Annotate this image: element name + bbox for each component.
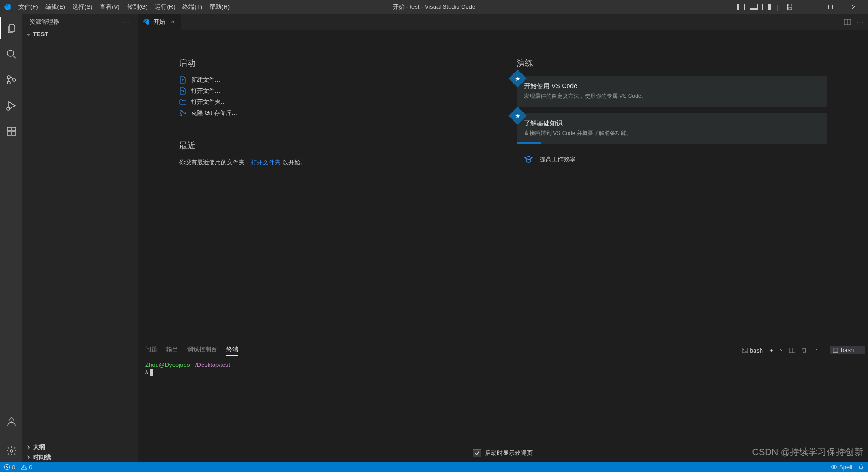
sidebar-outline-header[interactable]: 大纲 xyxy=(22,442,138,452)
status-errors[interactable]: 0 xyxy=(4,464,15,471)
search-icon xyxy=(6,49,17,60)
start-new-file-label: 新建文件... xyxy=(191,76,220,84)
walkthrough-desc: 发现最佳的自定义方法，使用你的专属 VS Code。 xyxy=(524,92,819,100)
new-terminal-icon[interactable]: ＋ xyxy=(768,346,774,354)
panel-tab-debug[interactable]: 调试控制台 xyxy=(187,345,217,355)
terminal-shell-selector[interactable]: bash xyxy=(742,347,763,354)
svg-point-25 xyxy=(180,114,182,116)
svg-rect-1 xyxy=(737,4,739,10)
panel-tab-problems[interactable]: 问题 xyxy=(145,345,157,355)
show-welcome-checkbox[interactable]: 启动时显示欢迎页 xyxy=(473,449,533,457)
sidebar-title: 资源管理器 xyxy=(29,18,59,26)
svg-rect-6 xyxy=(784,4,788,10)
sidebar-folder-header[interactable]: TEST xyxy=(22,30,138,39)
layout-bottom-icon[interactable] xyxy=(750,4,758,10)
editor-area: 开始 × ··· 启动 新建文件... 打开文件... xyxy=(138,14,868,462)
svg-rect-10 xyxy=(829,5,833,9)
files-icon xyxy=(6,23,17,34)
terminal-content[interactable]: Zhou@Dyoojooo ~/Desktop/test λ xyxy=(138,358,827,462)
start-clone-repo-label: 克隆 Git 存储库... xyxy=(191,109,237,117)
activity-explorer[interactable] xyxy=(0,17,22,39)
recent-open-folder-link[interactable]: 打开文件夹 xyxy=(251,159,281,166)
menu-edit[interactable]: 编辑(E) xyxy=(42,1,69,13)
svg-point-12 xyxy=(7,76,10,79)
recent-empty-text: 你没有最近使用的文件夹，打开文件夹 以开始。 xyxy=(179,158,489,167)
activity-debug[interactable] xyxy=(0,95,22,117)
open-file-icon xyxy=(179,87,186,95)
terminal-icon xyxy=(833,348,838,353)
git-clone-icon xyxy=(179,109,186,117)
menu-run[interactable]: 运行(R) xyxy=(151,1,179,13)
split-editor-icon[interactable] xyxy=(844,18,851,26)
chevron-up-icon[interactable] xyxy=(813,347,819,354)
tab-welcome[interactable]: 开始 × xyxy=(138,14,181,30)
menu-view[interactable]: 查看(V) xyxy=(96,1,123,13)
walkthrough-desc: 直接跳转到 VS Code 并概要了解必备功能。 xyxy=(524,129,819,137)
svg-rect-27 xyxy=(742,348,748,353)
svg-point-13 xyxy=(7,81,10,84)
split-terminal-icon[interactable] xyxy=(789,347,795,354)
tab-close-icon[interactable]: × xyxy=(169,18,176,25)
menu-bar: 文件(F) 编辑(E) 选择(S) 查看(V) 转到(G) 运行(R) 终端(T… xyxy=(15,1,233,13)
trash-icon[interactable] xyxy=(801,347,807,354)
tab-more-icon[interactable]: ··· xyxy=(857,18,864,25)
activity-account[interactable] xyxy=(0,410,22,433)
start-heading: 启动 xyxy=(179,57,489,68)
close-button[interactable] xyxy=(844,0,864,14)
mortar-board-icon xyxy=(524,155,533,164)
start-open-folder[interactable]: 打开文件夹... xyxy=(179,98,489,106)
menu-help[interactable]: 帮助(H) xyxy=(206,1,233,13)
window-title: 开始 - test - Visual Studio Code xyxy=(393,3,475,11)
start-new-file[interactable]: 新建文件... xyxy=(179,76,489,84)
sidebar-timeline-header[interactable]: 时间线 xyxy=(22,452,138,462)
walkthrough-heading: 演练 xyxy=(517,57,827,68)
status-spell[interactable]: Spell xyxy=(831,464,852,471)
svg-point-11 xyxy=(7,50,14,56)
customize-layout-icon[interactable] xyxy=(784,4,792,10)
activity-search[interactable] xyxy=(0,43,22,65)
chevron-down-icon[interactable] xyxy=(780,348,783,352)
status-warnings[interactable]: 0 xyxy=(21,464,32,471)
start-open-file-label: 打开文件... xyxy=(191,87,220,95)
activity-extensions[interactable] xyxy=(0,120,22,142)
activity-scm[interactable] xyxy=(0,69,22,91)
status-notifications[interactable] xyxy=(858,464,864,471)
warning-count: 0 xyxy=(29,464,32,471)
maximize-button[interactable] xyxy=(820,0,840,14)
svg-rect-3 xyxy=(750,8,757,10)
title-bar: 文件(F) 编辑(E) 选择(S) 查看(V) 转到(G) 运行(R) 终端(T… xyxy=(0,0,868,14)
sidebar-more-icon[interactable]: ··· xyxy=(123,18,130,25)
terminal-list-item[interactable]: bash xyxy=(830,346,865,354)
minimize-button[interactable] xyxy=(796,0,817,14)
menu-terminal[interactable]: 终端(T) xyxy=(179,1,206,13)
eye-icon xyxy=(831,464,837,470)
shell-name: bash xyxy=(750,347,763,354)
layout-left-icon[interactable] xyxy=(737,4,745,10)
menu-file[interactable]: 文件(F) xyxy=(15,1,42,13)
menu-select[interactable]: 选择(S) xyxy=(69,1,96,13)
chevron-down-icon xyxy=(26,32,31,37)
walkthrough-fundamentals[interactable]: ★ 了解基础知识 直接跳转到 VS Code 并概要了解必备功能。 xyxy=(517,113,827,144)
panel-tab-terminal[interactable]: 终端 xyxy=(226,345,238,356)
walkthrough-productivity[interactable]: 提高工作效率 xyxy=(517,150,827,169)
source-control-icon xyxy=(6,74,17,85)
svg-point-15 xyxy=(7,107,10,110)
svg-rect-18 xyxy=(12,132,16,135)
sidebar-outline-label: 大纲 xyxy=(33,443,45,451)
menu-go[interactable]: 转到(G) xyxy=(124,1,152,13)
walkthrough-title: 了解基础知识 xyxy=(524,119,819,128)
activity-settings[interactable] xyxy=(0,440,22,462)
welcome-page: 启动 新建文件... 打开文件... 打开文件夹... xyxy=(138,30,868,343)
gear-icon xyxy=(6,445,17,456)
tab-bar: 开始 × ··· xyxy=(138,14,868,30)
svg-rect-5 xyxy=(768,4,770,10)
layout-right-icon[interactable] xyxy=(762,4,771,10)
panel-tab-output[interactable]: 输出 xyxy=(166,345,178,355)
error-count: 0 xyxy=(12,464,15,471)
chevron-right-icon xyxy=(26,444,31,450)
walkthrough-get-started[interactable]: ★ 开始使用 VS Code 发现最佳的自定义方法，使用你的专属 VS Code… xyxy=(517,76,827,107)
start-clone-repo[interactable]: 克隆 Git 存储库... xyxy=(179,109,489,117)
warning-icon xyxy=(21,464,27,470)
start-open-file[interactable]: 打开文件... xyxy=(179,87,489,95)
terminal-path: ~/Desktop/test xyxy=(192,361,230,368)
